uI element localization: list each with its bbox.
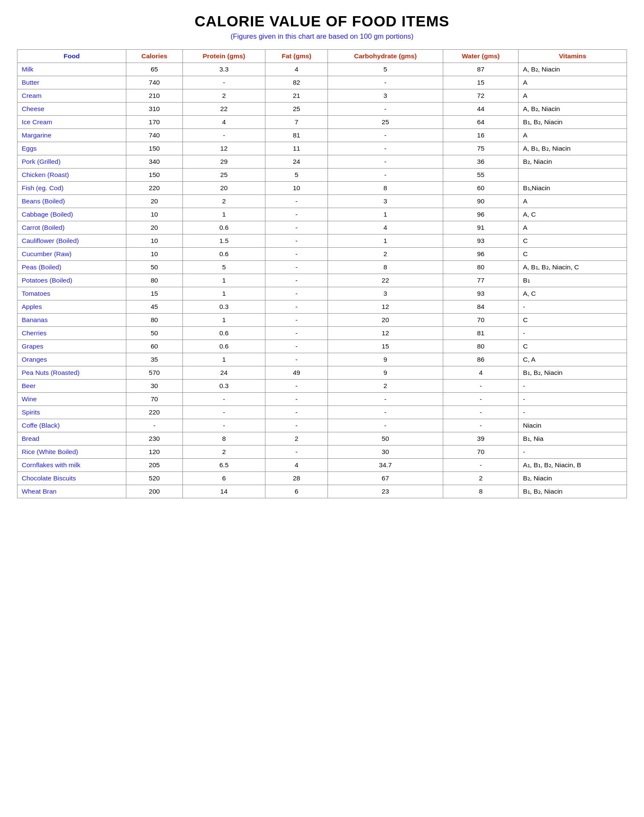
data-cell: -: [265, 261, 328, 274]
food-name-cell: Beans (Boiled): [17, 195, 126, 208]
data-cell: 10: [126, 234, 182, 248]
data-cell: 0.6: [182, 327, 265, 340]
data-cell: 3: [328, 195, 443, 208]
data-cell: 6: [265, 485, 328, 498]
data-cell: 310: [126, 103, 182, 116]
table-row: Bread230825039B₁, Nia: [17, 432, 627, 446]
data-cell: 25: [328, 116, 443, 129]
data-cell: -: [182, 406, 265, 419]
food-name-cell: Spirits: [17, 406, 126, 419]
data-cell: 10: [265, 182, 328, 195]
table-row: Grapes600.6-1580C: [17, 340, 627, 353]
food-name-cell: Wine: [17, 393, 126, 406]
data-cell: -: [265, 353, 328, 366]
table-row: Cream210221372A: [17, 89, 627, 103]
data-cell: -: [182, 129, 265, 142]
data-cell: 60: [126, 340, 182, 353]
data-cell: 2: [443, 472, 519, 485]
data-cell: 65: [126, 63, 182, 76]
data-cell: -: [443, 393, 519, 406]
vitamins-cell: C, A: [519, 353, 627, 366]
food-table: FoodCaloriesProtein (gms)Fat (gms)Carboh…: [17, 49, 627, 498]
vitamins-cell: A, B₁, B₂, Niacin: [519, 142, 627, 155]
data-cell: 4: [182, 116, 265, 129]
food-name-cell: Oranges: [17, 353, 126, 366]
data-cell: 6.5: [182, 459, 265, 472]
data-cell: -: [182, 393, 265, 406]
data-cell: 340: [126, 155, 182, 169]
data-cell: 740: [126, 76, 182, 89]
data-cell: -: [265, 314, 328, 327]
data-cell: 25: [265, 103, 328, 116]
table-row: Wine70-----: [17, 393, 627, 406]
food-name-cell: Fish (eg. Cod): [17, 182, 126, 195]
data-cell: 30: [126, 380, 182, 393]
data-cell: -: [265, 274, 328, 287]
data-cell: 0.3: [182, 300, 265, 314]
food-name-cell: Apples: [17, 300, 126, 314]
data-cell: -: [265, 380, 328, 393]
vitamins-cell: A, C: [519, 287, 627, 300]
vitamins-cell: B₁, B₂, Niacin: [519, 485, 627, 498]
data-cell: -: [265, 327, 328, 340]
data-cell: 77: [443, 274, 519, 287]
data-cell: -: [265, 446, 328, 459]
vitamins-cell: -: [519, 406, 627, 419]
data-cell: 20: [126, 195, 182, 208]
data-cell: 28: [265, 472, 328, 485]
data-cell: 49: [265, 366, 328, 380]
data-cell: 12: [182, 142, 265, 155]
data-cell: -: [328, 155, 443, 169]
data-cell: 8: [328, 261, 443, 274]
column-header-0: Food: [17, 50, 126, 63]
data-cell: 10: [126, 208, 182, 221]
data-cell: 5: [182, 261, 265, 274]
data-cell: 4: [328, 221, 443, 234]
data-cell: -: [265, 419, 328, 432]
table-row: Wheat Bran200146238B₁, B₂, Niacin: [17, 485, 627, 498]
food-name-cell: Rice (White Boiled): [17, 446, 126, 459]
food-name-cell: Chicken (Roast): [17, 169, 126, 182]
vitamins-cell: -: [519, 380, 627, 393]
data-cell: 80: [443, 340, 519, 353]
vitamins-cell: A₁, B₁, B₂, Niacin, B: [519, 459, 627, 472]
data-cell: -: [443, 459, 519, 472]
table-row: Cornflakes with milk2056.5434.7-A₁, B₁, …: [17, 459, 627, 472]
data-cell: 9: [328, 366, 443, 380]
food-name-cell: Wheat Bran: [17, 485, 126, 498]
food-name-cell: Pork (Grilled): [17, 155, 126, 169]
data-cell: 210: [126, 89, 182, 103]
data-cell: 50: [126, 261, 182, 274]
column-header-1: Calories: [126, 50, 182, 63]
table-row: Beans (Boiled)202-390A: [17, 195, 627, 208]
food-name-cell: Tomatoes: [17, 287, 126, 300]
vitamins-cell: -: [519, 446, 627, 459]
table-row: Eggs1501211-75A, B₁, B₂, Niacin: [17, 142, 627, 155]
table-row: Bananas801-2070C: [17, 314, 627, 327]
table-row: Carrot (Boiled)200.6-491A: [17, 221, 627, 234]
food-name-cell: Butter: [17, 76, 126, 89]
data-cell: 90: [443, 195, 519, 208]
data-cell: 64: [443, 116, 519, 129]
vitamins-cell: A: [519, 195, 627, 208]
food-name-cell: Cream: [17, 89, 126, 103]
table-row: Coffe (Black)-----Niacin: [17, 419, 627, 432]
vitamins-cell: A: [519, 221, 627, 234]
data-cell: -: [126, 419, 182, 432]
page-title: CALORIE VALUE OF FOOD ITEMS: [17, 13, 627, 30]
data-cell: 8: [182, 432, 265, 446]
food-name-cell: Coffe (Black): [17, 419, 126, 432]
table-row: Cucumber (Raw)100.6-296C: [17, 248, 627, 261]
data-cell: -: [182, 76, 265, 89]
data-cell: 39: [443, 432, 519, 446]
food-name-cell: Bananas: [17, 314, 126, 327]
table-row: Beer300.3-2--: [17, 380, 627, 393]
data-cell: 11: [265, 142, 328, 155]
food-name-cell: Cherries: [17, 327, 126, 340]
food-name-cell: Grapes: [17, 340, 126, 353]
data-cell: 200: [126, 485, 182, 498]
data-cell: 21: [265, 89, 328, 103]
data-cell: -: [328, 406, 443, 419]
data-cell: -: [265, 248, 328, 261]
data-cell: 0.6: [182, 340, 265, 353]
